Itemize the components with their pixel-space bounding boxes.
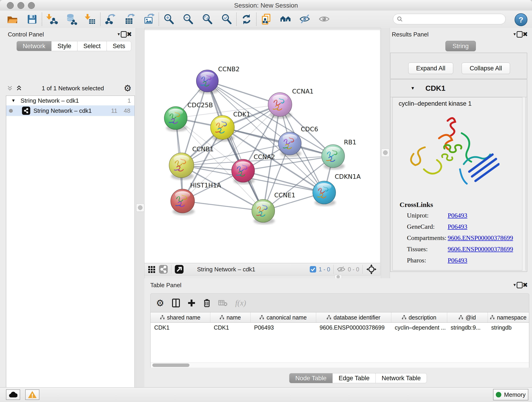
save-session-button[interactable] xyxy=(26,13,38,26)
detach-view-icon[interactable] xyxy=(175,265,184,274)
export-image-icon xyxy=(143,13,155,25)
control-panel-float-icon[interactable] xyxy=(121,31,127,38)
network-view-mode-icon[interactable] xyxy=(159,265,168,274)
control-panel-close-icon[interactable]: ✖ xyxy=(127,31,132,38)
zoom-fit-button[interactable] xyxy=(201,13,214,26)
tab-network-table[interactable]: Network Table xyxy=(376,373,427,383)
show-all-button[interactable] xyxy=(318,13,331,26)
export-image-button[interactable] xyxy=(143,13,155,26)
search-field[interactable] xyxy=(393,14,506,24)
help-button[interactable]: ? xyxy=(515,13,527,26)
table-header-name[interactable]: name xyxy=(210,313,250,323)
zoom-in-button[interactable] xyxy=(162,13,175,26)
protein-expander-icon[interactable]: ▼ xyxy=(411,86,415,91)
table-panel-float-icon[interactable] xyxy=(517,282,523,288)
hidden-eye-icon[interactable] xyxy=(337,266,346,273)
crosslink-link[interactable]: 9606.ENSP00000378699 xyxy=(448,245,513,253)
gear-icon[interactable]: ⚙ xyxy=(124,83,132,93)
table-cell[interactable]: 9606.ENSP00000378699 xyxy=(316,323,391,332)
left-splitter-handle[interactable] xyxy=(136,204,144,212)
right-splitter-handle[interactable] xyxy=(381,148,389,157)
table-header-description[interactable]: description xyxy=(391,313,447,323)
tab-string[interactable]: String xyxy=(445,41,476,51)
memory-button[interactable]: Memory xyxy=(493,389,528,400)
expand-all-button[interactable]: Expand All xyxy=(408,63,453,74)
warnings-button[interactable] xyxy=(25,389,39,400)
table-header-namespace[interactable]: namespace xyxy=(488,313,529,323)
network-node[interactable]: HIST1H1A xyxy=(171,182,221,215)
open-session-button[interactable] xyxy=(6,13,19,26)
network-row-selected[interactable]: String Network – cdk1 11 48 xyxy=(6,105,134,116)
results-panel-float-icon[interactable] xyxy=(517,31,523,38)
network-node[interactable]: CCNE1 xyxy=(252,191,295,224)
table-settings-gear-icon[interactable]: ⚙ xyxy=(156,298,164,308)
control-panel-collapse-icon[interactable]: ▼ xyxy=(117,32,121,37)
table-header--id[interactable]: @id xyxy=(447,313,488,323)
table-row[interactable]: CDK1CDK1P064939606.ENSP00000378699cyclin… xyxy=(151,323,529,332)
network-node[interactable]: CDKN1A xyxy=(313,173,361,206)
selected-checkbox-icon[interactable] xyxy=(310,266,317,273)
network-node[interactable]: RB1 xyxy=(322,139,356,170)
table-panel-collapse-icon[interactable]: ▼ xyxy=(513,283,517,287)
results-panel-collapse-icon[interactable]: ▼ xyxy=(513,32,517,37)
cloud-status-button[interactable] xyxy=(6,389,20,400)
results-scrollbar[interactable] xyxy=(522,97,526,270)
expand-all-chevron-icon[interactable] xyxy=(16,85,22,91)
grid-view-icon[interactable] xyxy=(148,265,156,274)
node-table[interactable]: shared namenamecanonical namedatabase id… xyxy=(150,312,529,368)
table-header-shared-name[interactable]: shared name xyxy=(151,313,210,323)
table-cell[interactable]: CDK1 xyxy=(210,323,250,332)
hide-selected-button[interactable] xyxy=(298,13,311,26)
delete-column-trash-icon[interactable] xyxy=(203,299,210,307)
crosslink-row: Tissues:9606.ENSP00000378699 xyxy=(407,245,525,253)
crosslink-link[interactable]: 9606.ENSP00000378699 xyxy=(448,234,513,242)
new-network-from-selection-button[interactable] xyxy=(260,13,273,26)
table-cell[interactable]: stringdb:9... xyxy=(447,323,488,332)
tab-style[interactable]: Style xyxy=(51,41,77,51)
show-columns-icon[interactable] xyxy=(172,299,180,307)
network-view[interactable]: CCNB2CCNA1CDC25BCDK1CDC6RB1CCNB1CCNA2CDK… xyxy=(144,30,380,263)
network-node[interactable]: CDC6 xyxy=(278,126,318,157)
table-horizontal-scrollbar[interactable] xyxy=(151,363,529,368)
table-cell[interactable]: stringdb xyxy=(488,323,529,332)
apply-layout-button[interactable] xyxy=(240,13,253,26)
current-network-dot-icon xyxy=(9,109,13,113)
tab-select[interactable]: Select xyxy=(77,41,107,51)
import-network-file-button[interactable] xyxy=(46,13,58,26)
results-panel-close-icon[interactable]: ✖ xyxy=(523,31,528,38)
network-canvas[interactable]: CCNB2CCNA1CDC25BCDK1CDC6RB1CCNB1CCNA2CDK… xyxy=(145,30,380,263)
table-header-canonical-name[interactable]: canonical name xyxy=(250,313,316,323)
import-table-button[interactable] xyxy=(84,13,97,26)
crosslink-row: Pharos:P06493 xyxy=(407,257,525,264)
export-network-button[interactable] xyxy=(104,13,117,26)
import-network-database-button[interactable] xyxy=(65,13,78,26)
scrollbar-thumb[interactable] xyxy=(152,364,190,367)
zoom-selected-button[interactable] xyxy=(220,13,233,26)
crosslink-link[interactable]: P06493 xyxy=(448,223,467,230)
tab-sets[interactable]: Sets xyxy=(107,41,131,51)
export-table-button[interactable] xyxy=(123,13,136,26)
birds-eye-toggle-icon[interactable] xyxy=(366,264,377,275)
table-cell[interactable]: cyclin–dependent ... xyxy=(391,323,447,332)
tab-edge-table[interactable]: Edge Table xyxy=(333,373,376,383)
zoom-out-button[interactable] xyxy=(182,13,195,26)
first-neighbors-button[interactable] xyxy=(279,13,292,26)
left-splitter[interactable] xyxy=(136,28,145,387)
crosslink-link[interactable]: P06493 xyxy=(448,257,467,264)
tree-expander-icon[interactable]: ▼ xyxy=(11,98,16,103)
add-column-icon[interactable] xyxy=(188,299,196,307)
table-header-database-identifier[interactable]: database identifier xyxy=(316,313,391,323)
tab-network[interactable]: Network xyxy=(17,41,51,51)
function-builder-icon: f(x) xyxy=(235,299,246,307)
search-input[interactable] xyxy=(403,16,500,22)
table-panel-close-icon[interactable]: ✖ xyxy=(523,282,528,288)
tab-node-table[interactable]: Node Table xyxy=(289,373,333,383)
collapse-all-button[interactable]: Collapse All xyxy=(462,63,510,74)
network-node[interactable]: CCNB1 xyxy=(169,146,214,180)
crosslink-link[interactable]: P06493 xyxy=(448,212,467,219)
network-node[interactable]: CCNA1 xyxy=(268,88,314,119)
table-cell[interactable]: P06493 xyxy=(250,323,316,332)
network-collection-row[interactable]: ▼ String Network – cdk1 1 xyxy=(6,96,134,105)
table-cell[interactable]: CDK1 xyxy=(151,323,210,332)
collapse-all-chevron-icon[interactable] xyxy=(7,85,13,91)
